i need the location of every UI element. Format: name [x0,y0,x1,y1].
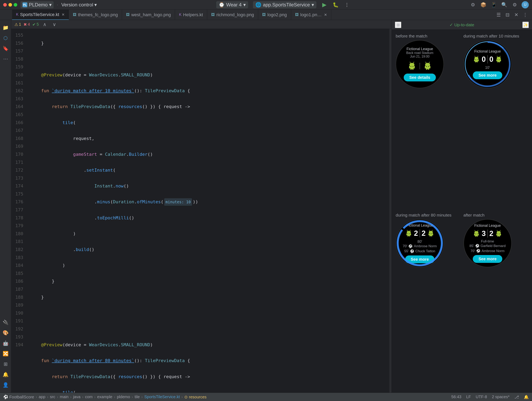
breadcrumb: ⚽ FootballScore › app › src › main › jav… [3,395,449,399]
tab-close-icon[interactable]: ✕ [324,13,327,17]
main-layout: 📁 ⬡ 🔖 ⋯ 🔌 🎨 🤖 🔀 ⊞ 🔔 👤 ⚠ 1 ✖ 4 [0,20,532,393]
tab-label: logo2.png [267,12,287,18]
close-button[interactable] [3,3,7,7]
preview-extra-icons: ✨ [522,22,529,28]
sidebar-item-notifications[interactable]: 🔔 [1,370,10,379]
sidebar-item-more[interactable]: ⋯ [1,55,10,63]
editor-scrollbar[interactable] [389,29,392,393]
scorer-name: Ambrose Norm [481,249,505,253]
expand-icon[interactable]: ∧ [41,21,48,28]
split-editor-icon[interactable]: ⊟ [504,11,511,19]
chevron-down-icon: ▾ [49,2,52,8]
svg-point-6 [411,66,411,67]
sidebar-item-android[interactable]: 🤖 [1,339,10,348]
minimize-button[interactable] [8,3,12,7]
tab-logo2[interactable]: 🖼 logo2.png [258,10,291,20]
editor-badges: ⚠ 1 ✖ 4 ✔ 5 ∧ ∨ [14,21,58,28]
away-team-logo [423,62,432,70]
run-button[interactable]: ▶ [321,2,328,8]
more-tabs-icon[interactable]: ⋮ [522,11,529,19]
run-manager-icon[interactable]: ⚙ [469,1,477,8]
wear-device-selector[interactable]: ⌚ Wear 4 ▾ [216,1,248,8]
sdk-manager-icon[interactable]: 📦 [480,1,487,8]
title-actions: ⚙ 📦 📱 🔍 ⚙ U [469,1,529,8]
sidebar-item-structure[interactable]: ⬡ [1,34,10,43]
breadcrumb-sep: › [94,395,95,399]
breadcrumb-com: com [85,395,93,399]
tab-helpers[interactable]: K Helpers.kt [175,10,207,20]
debug-button[interactable]: 🐛 [332,2,339,8]
up-to-date-label: Up-to-date [454,22,474,27]
sidebar-item-palette[interactable]: 🎨 [1,328,10,337]
see-details-button[interactable]: See details [404,74,436,81]
watch-face-during-80: Fictional League [396,219,444,267]
preview-cell-during-10: during match after 10 minutes Fictional … [463,34,528,210]
wear-label: Wear 4 [226,2,242,8]
svg-rect-13 [429,66,431,68]
svg-line-81 [500,230,500,231]
editor-content: 155 156 157 158 159 160 161 162 163 164 … [11,29,392,393]
magic-icon[interactable]: ✨ [522,22,529,28]
version-control-selector[interactable]: Version control ▾ [61,2,97,8]
see-more-button-after[interactable]: See more [473,255,502,263]
svg-line-19 [429,62,430,63]
sidebar-item-git[interactable]: 🔀 [1,349,10,358]
notifications-icon: 🔔 [524,395,529,399]
sidebar-item-bookmarks[interactable]: 🔖 [1,44,10,53]
tab-richmond-logo[interactable]: 🖼 richmond_logo.png [207,10,258,20]
checkmark-icon: ✓ [450,22,453,27]
search-icon[interactable]: 🔍 [501,1,508,8]
tab-list-icon[interactable]: ☰ [495,11,502,19]
away-team-logo-after [495,230,502,237]
avatar[interactable]: U [522,1,529,8]
preview-icons: ⊞ [395,22,401,28]
svg-rect-4 [410,68,412,70]
kotlin-file-icon: K [16,12,19,17]
wf-fulltime: Full-time [481,239,494,243]
sidebar-item-plugins[interactable]: 🔌 [1,318,10,327]
code-editor[interactable]: } @Preview(device = WearDevices.SMALL_RO… [27,29,389,393]
sidebar-item-terminal[interactable]: ⊞ [1,360,10,369]
tab-logo1[interactable]: 🖼 logo1.pn… ✕ [291,10,331,20]
device-manager-icon[interactable]: 📱 [490,1,497,8]
tab-label: Helpers.kt [183,12,203,18]
tab-SportsTileService[interactable]: K SportsTileService.kt ✕ [12,10,69,20]
error-count: 4 [28,22,30,27]
chevron-down-icon: ▾ [243,2,246,8]
breadcrumb-src: src [50,395,55,399]
sidebar-item-profile[interactable]: 👤 [1,381,10,389]
scorer-time: 70' [471,249,475,253]
collapse-icon[interactable]: ∨ [51,21,58,28]
svg-point-78 [497,234,498,234]
svg-rect-74 [496,234,497,236]
preview-panel: ⊞ ✓ Up-to-date ✨ before the match Fictio… [392,20,532,393]
arc-svg-80 [396,220,443,267]
breadcrumb-main: main [60,395,69,399]
svg-line-8 [410,62,411,63]
warning-badge: ⚠ 1 [14,22,21,27]
svg-point-17 [428,66,429,67]
breadcrumb-sep: › [141,395,143,399]
project-selector[interactable]: PL PLDemo ▾ [20,1,54,8]
image-file-icon: 🖼 [262,13,266,17]
close-editor-icon[interactable]: ✕ [513,11,520,19]
score-home: 3 [481,229,486,238]
svg-rect-77 [499,236,500,237]
tab-themes-fc-logo[interactable]: 🖼 themes_fc_logo.png [69,10,122,20]
title-bar: PL PLDemo ▾ · Version control ▾ ⌚ Wear 4… [0,0,532,10]
tab-close-icon[interactable]: ✕ [62,12,65,17]
service-selector[interactable]: 🌐 app.SportsTileService ▾ [253,1,317,8]
kotlin-file-icon: K [179,13,182,17]
sidebar-item-project[interactable]: 📁 [1,23,10,32]
preview-layout-icon[interactable]: ⊞ [395,22,401,28]
more-run-options-button[interactable]: ⋮ [344,2,350,8]
svg-point-68 [475,234,476,234]
ok-count: 5 [37,22,39,27]
maximize-button[interactable] [14,3,17,7]
error-icon: ✖ [24,22,27,27]
preview-label-during-80: during match after 80 minutes [396,213,460,217]
tab-west-ham-logo[interactable]: 🖼 west_ham_logo.png [122,10,175,20]
svg-point-7 [413,66,414,67]
dot-icon: ⚽ [476,249,480,253]
settings-icon[interactable]: ⚙ [511,1,518,8]
